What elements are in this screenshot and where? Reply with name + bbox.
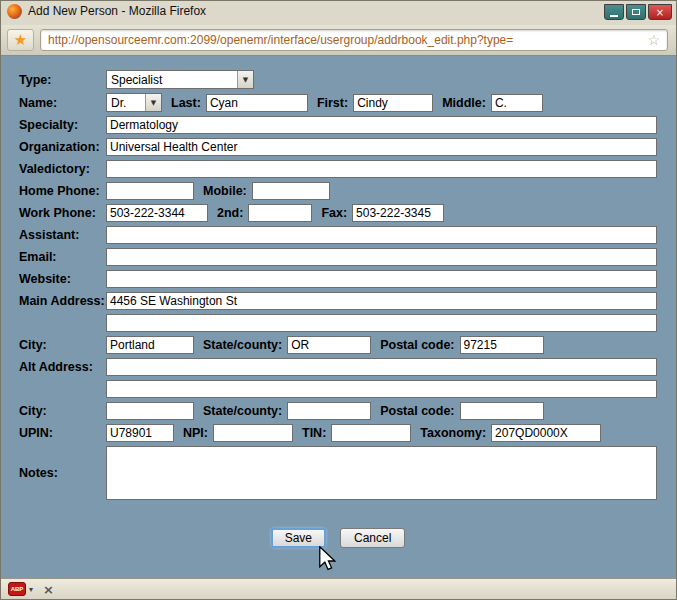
postal-code-label: Postal code:	[380, 338, 454, 352]
save-button[interactable]: Save	[271, 528, 326, 548]
firefox-window: Add New Person - Mozilla Firefox × ★ htt…	[0, 0, 677, 600]
work-phone-label: Work Phone:	[19, 206, 106, 220]
name-title-value: Dr.	[107, 96, 145, 110]
main-address-line1-input[interactable]	[106, 292, 657, 310]
assistant-label: Assistant:	[19, 228, 106, 242]
middle-name-label: Middle:	[442, 96, 486, 110]
valedictory-input[interactable]	[106, 160, 657, 178]
adblock-plus-icon[interactable]: ABP	[8, 582, 26, 596]
organization-row: Organization:	[19, 138, 657, 156]
middle-name-input[interactable]	[491, 94, 543, 112]
postal-code-input[interactable]	[460, 336, 544, 354]
type-select-value: Specialist	[107, 73, 237, 87]
upin-label: UPIN:	[19, 426, 106, 440]
maximize-button[interactable]	[626, 4, 646, 20]
last-name-input[interactable]	[206, 94, 308, 112]
specialty-label: Specialty:	[19, 118, 106, 132]
maximize-icon	[632, 9, 640, 15]
notes-textarea[interactable]	[106, 446, 657, 500]
bookmark-star-icon: ★	[14, 31, 27, 49]
valedictory-label: Valedictory:	[19, 162, 106, 176]
firefox-icon	[7, 4, 22, 19]
chevron-down-icon: ▼	[145, 94, 161, 111]
type-label: Type:	[19, 73, 106, 87]
website-row: Website:	[19, 270, 657, 288]
organization-label: Organization:	[19, 140, 106, 154]
type-select[interactable]: Specialist ▼	[106, 70, 254, 89]
specialty-input[interactable]	[106, 116, 657, 134]
addrbook-form: Type: Specialist ▼ Name: Dr. ▼ Last: Fir…	[1, 56, 676, 578]
alt-address-line2-row	[19, 380, 657, 398]
window-title: Add New Person - Mozilla Firefox	[28, 4, 206, 19]
tin-input[interactable]	[331, 424, 411, 442]
second-phone-label: 2nd:	[217, 206, 243, 220]
close-icon: ×	[656, 7, 664, 18]
state-label: State/county:	[203, 338, 282, 352]
minimize-button[interactable]	[604, 4, 624, 20]
second-phone-input[interactable]	[248, 204, 312, 222]
type-row: Type: Specialist ▼	[19, 70, 657, 89]
state-input[interactable]	[287, 336, 371, 354]
organization-input[interactable]	[106, 138, 657, 156]
main-address-line2-input[interactable]	[106, 314, 657, 332]
alt-city-input[interactable]	[106, 402, 194, 420]
alt-address-line1-input[interactable]	[106, 358, 657, 376]
taxonomy-label: Taxonomy:	[420, 426, 486, 440]
website-label: Website:	[19, 272, 106, 286]
website-input[interactable]	[106, 270, 657, 288]
alt-city-label: City:	[19, 404, 106, 418]
last-name-label: Last:	[171, 96, 201, 110]
minimize-icon	[610, 15, 618, 17]
fax-label: Fax:	[321, 206, 347, 220]
name-row: Name: Dr. ▼ Last: First: Middle:	[19, 93, 657, 112]
alt-address-label: Alt Address:	[19, 360, 106, 374]
statusbar-close-icon[interactable]: ×	[43, 583, 54, 596]
name-label: Name:	[19, 96, 106, 110]
city-row: City: State/county: Postal code:	[19, 336, 657, 354]
alt-state-label: State/county:	[203, 404, 282, 418]
assistant-input[interactable]	[106, 226, 657, 244]
window-controls: ×	[604, 4, 672, 20]
city-input[interactable]	[106, 336, 194, 354]
email-input[interactable]	[106, 248, 657, 266]
npi-label: NPI:	[183, 426, 208, 440]
fax-input[interactable]	[352, 204, 444, 222]
home-phone-input[interactable]	[106, 182, 194, 200]
npi-input[interactable]	[213, 424, 293, 442]
first-name-input[interactable]	[353, 94, 433, 112]
main-address-label: Main Address:	[19, 294, 106, 308]
home-phone-label: Home Phone:	[19, 184, 106, 198]
url-text: http://opensourceemr.com:2099/openemr/in…	[48, 33, 641, 47]
tin-label: TIN:	[302, 426, 326, 440]
close-button[interactable]: ×	[648, 4, 672, 20]
chevron-down-icon: ▼	[237, 71, 253, 88]
alt-address-row: Alt Address:	[19, 358, 657, 376]
url-bar[interactable]: http://opensourceemr.com:2099/openemr/in…	[40, 29, 668, 51]
notes-label: Notes:	[19, 446, 106, 480]
specialty-row: Specialty:	[19, 116, 657, 134]
alt-state-input[interactable]	[287, 402, 371, 420]
mobile-input[interactable]	[252, 182, 330, 200]
form-buttons: Save Cancel	[19, 528, 657, 548]
work-phone-input[interactable]	[106, 204, 208, 222]
alt-address-line2-input[interactable]	[106, 380, 657, 398]
upin-input[interactable]	[106, 424, 174, 442]
bookmark-star-button[interactable]: ★	[7, 29, 34, 51]
city-label: City:	[19, 338, 106, 352]
name-title-select[interactable]: Dr. ▼	[106, 93, 162, 112]
alt-city-row: City: State/county: Postal code:	[19, 402, 657, 420]
assistant-row: Assistant:	[19, 226, 657, 244]
adblock-caret-icon[interactable]: ▾	[29, 585, 33, 594]
mobile-label: Mobile:	[203, 184, 247, 198]
taxonomy-input[interactable]	[491, 424, 601, 442]
favorite-star-icon[interactable]: ☆	[647, 32, 660, 48]
alt-postal-code-input[interactable]	[460, 402, 544, 420]
titlebar[interactable]: Add New Person - Mozilla Firefox ×	[1, 1, 676, 25]
work-phone-row: Work Phone: 2nd: Fax:	[19, 204, 657, 222]
cancel-button[interactable]: Cancel	[340, 528, 405, 548]
identifiers-row: UPIN: NPI: TIN: Taxonomy:	[19, 424, 657, 442]
status-bar: ABP ▾ ×	[1, 578, 676, 599]
valedictory-row: Valedictory:	[19, 160, 657, 178]
notes-row: Notes:	[19, 446, 657, 500]
main-address-row: Main Address:	[19, 292, 657, 310]
